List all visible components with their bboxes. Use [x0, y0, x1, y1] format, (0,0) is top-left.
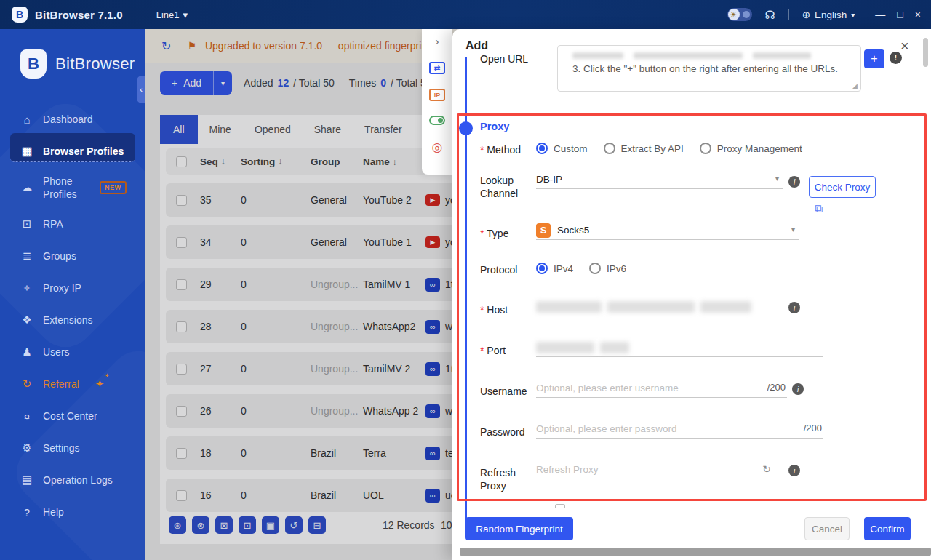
clipped-checkbox[interactable]	[555, 504, 565, 508]
delete-button[interactable]: ⊟	[308, 516, 326, 534]
refresh-icon[interactable]: ↻	[161, 39, 171, 53]
radio-ipv4[interactable]	[536, 263, 548, 274]
radio-extract-by-api[interactable]	[604, 143, 615, 154]
username-input[interactable]: Optional, please enter username /200	[536, 379, 787, 398]
close-button[interactable]: ×	[915, 9, 921, 20]
tab-all[interactable]: All	[160, 115, 198, 144]
tab-opened[interactable]: Opened	[243, 115, 303, 144]
close-browser-button[interactable]: ⊗	[192, 516, 209, 534]
ip-lookup-icon[interactable]: IP	[429, 89, 445, 101]
row-checkbox[interactable]	[176, 490, 187, 501]
redacted-host-value	[536, 301, 751, 313]
header-sorting[interactable]: Sorting	[241, 156, 275, 167]
sidebar-item-proxy-ip[interactable]: ⌖ Proxy IP	[0, 272, 145, 304]
header-seq[interactable]: Seq	[200, 156, 218, 167]
horizontal-scrollbar[interactable]	[460, 548, 931, 556]
sun-icon: ☀	[728, 9, 740, 20]
tab-label: Opened	[255, 124, 291, 135]
minimize-button[interactable]: —	[875, 9, 885, 20]
radio-ipv4-label[interactable]: IPv4	[554, 263, 573, 274]
sidebar-item-operation-logs[interactable]: ▤ Operation Logs	[0, 464, 145, 496]
radio-proxy-mgmt-label[interactable]: Proxy Management	[717, 143, 802, 154]
line-selector[interactable]: Line1 ▾	[156, 9, 188, 20]
lookup-channel-select[interactable]: DB-IP ▾	[536, 170, 783, 189]
sidebar-item-groups[interactable]: ≣ Groups	[0, 240, 145, 272]
sidebar-item-browser-profiles[interactable]: ▦ Browser Profiles	[0, 135, 145, 167]
host-input[interactable]	[536, 297, 783, 316]
toggle-icon[interactable]	[429, 116, 445, 125]
check-proxy-button[interactable]: Check Proxy	[809, 176, 876, 198]
password-placeholder: Optional, please enter password	[536, 423, 677, 434]
sidebar-item-users[interactable]: ♟ Users	[0, 336, 145, 368]
select-all-checkbox[interactable]	[176, 156, 187, 167]
info-icon[interactable]: i	[792, 383, 804, 395]
info-icon[interactable]: i	[788, 465, 800, 476]
resize-handle-icon[interactable]: ◢	[852, 82, 858, 89]
modal-scrollbar-thumb[interactable]	[923, 38, 928, 67]
sidebar-item-phone-profiles[interactable]: ☁ Phone Profiles NEW	[0, 167, 145, 208]
row-checkbox[interactable]	[176, 279, 187, 290]
confirm-button[interactable]: Confirm	[864, 517, 911, 540]
modal-close-icon[interactable]: ×	[900, 38, 909, 55]
open-browser-button[interactable]: ⊛	[169, 516, 186, 534]
open-url-hint-text: 3. Click the "+" button on the right aft…	[572, 63, 838, 74]
password-input[interactable]: Optional, please enter password /200	[536, 420, 823, 439]
add-profile-button[interactable]: + Add ▾	[160, 71, 232, 95]
row-checkbox[interactable]	[176, 195, 187, 206]
port-input[interactable]	[536, 338, 823, 357]
proxy-type-select[interactable]: S Socks5 ▾	[536, 221, 799, 240]
row-checkbox[interactable]	[176, 406, 187, 417]
radio-custom-label[interactable]: Custom	[554, 143, 588, 154]
link-icon: ∞	[425, 278, 440, 292]
sidebar-collapse-handle[interactable]: ‹	[137, 76, 145, 103]
expand-chevron-icon[interactable]: ›	[436, 35, 439, 47]
sidebar-item-settings[interactable]: ⚙ Settings	[0, 432, 145, 464]
support-headset-icon[interactable]: ☊	[765, 8, 775, 22]
refresh-icon[interactable]: ↻	[762, 463, 771, 475]
window-arrange-button[interactable]: ▣	[262, 516, 279, 534]
tab-share[interactable]: Share	[303, 115, 353, 144]
row-checkbox[interactable]	[176, 448, 187, 459]
row-checkbox[interactable]	[176, 364, 187, 375]
close-all-button[interactable]: ⊠	[215, 516, 233, 534]
operation-logs-icon: ▤	[20, 473, 33, 487]
open-url-textarea[interactable]: 3. Click the "+" button on the right aft…	[557, 45, 861, 92]
recycle-bin-button[interactable]: ↺	[285, 516, 303, 534]
profile-transfer-icon[interactable]: ⇄	[429, 62, 445, 74]
row-checkbox[interactable]	[176, 321, 187, 332]
sidebar-item-referral[interactable]: ↻ Referral ✦	[0, 368, 145, 400]
radio-extract-label[interactable]: Extract By API	[621, 143, 684, 154]
tab-transfer[interactable]: Transfer	[353, 115, 414, 144]
random-fingerprint-button[interactable]: Random Fingerprint	[466, 517, 573, 540]
copy-icon[interactable]: ⧉	[815, 202, 823, 215]
sidebar-item-extensions[interactable]: ❖ Extensions	[0, 304, 145, 336]
add-dropdown-button[interactable]: ▾	[213, 71, 232, 95]
modal-footer: Random Fingerprint Cancel Confirm	[452, 513, 931, 548]
add-url-button[interactable]: +	[864, 49, 884, 68]
theme-toggle[interactable]: ☀	[727, 8, 752, 21]
cancel-button[interactable]: Cancel	[804, 517, 850, 540]
rpa-batch-button[interactable]: ⊡	[239, 516, 256, 534]
radio-proxy-management[interactable]	[700, 143, 711, 154]
brand-shield-icon: B	[20, 49, 47, 79]
fingerprint-icon[interactable]: ◎	[432, 140, 443, 155]
radio-ipv6-label[interactable]: IPv6	[607, 263, 626, 274]
cell-group: Ungroup...	[311, 363, 363, 375]
info-icon[interactable]: !	[890, 52, 902, 64]
sidebar-item-rpa[interactable]: ⊡ RPA	[0, 208, 145, 240]
info-icon[interactable]: i	[788, 176, 800, 188]
tab-mine[interactable]: Mine	[198, 115, 243, 144]
sidebar-item-cost-center[interactable]: ¤ Cost Center	[0, 400, 145, 432]
info-icon[interactable]: i	[788, 302, 800, 313]
youtube-icon: ▶	[425, 194, 440, 206]
language-selector[interactable]: ⊕ English ▾	[802, 9, 855, 20]
announcement-icon: ⚑	[187, 40, 196, 52]
radio-custom[interactable]	[536, 143, 548, 154]
row-checkbox[interactable]	[176, 237, 187, 248]
header-name[interactable]: Name	[363, 156, 390, 167]
sidebar-item-dashboard[interactable]: ⌂ Dashboard	[0, 103, 145, 135]
maximize-button[interactable]: □	[897, 9, 903, 20]
refresh-proxy-input[interactable]: Refresh Proxy ↻	[536, 460, 787, 479]
sidebar-item-help[interactable]: ? Help	[0, 496, 145, 528]
radio-ipv6[interactable]	[589, 263, 601, 274]
